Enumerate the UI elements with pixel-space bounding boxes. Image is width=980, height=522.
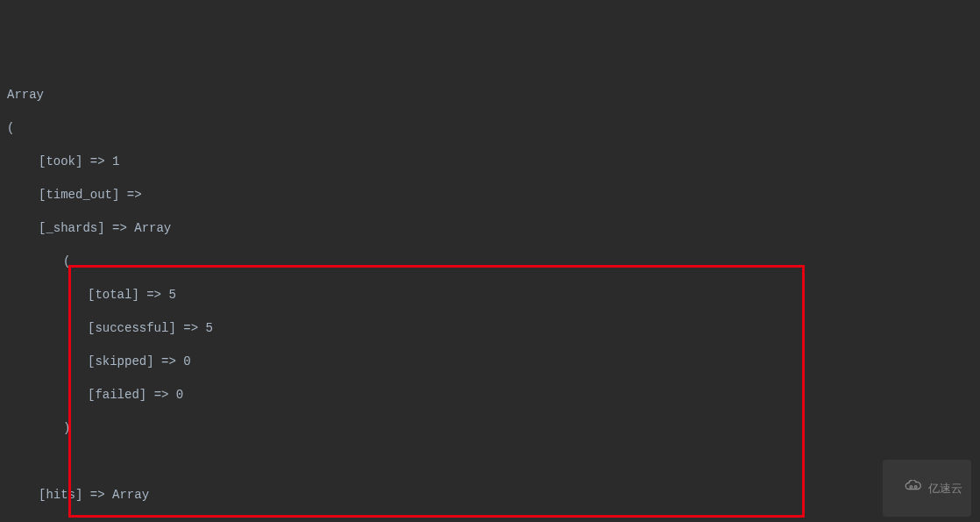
shards-line: [_shards] => Array: [7, 220, 973, 237]
watermark-text: 亿速云: [928, 480, 962, 497]
blank-line: [7, 454, 973, 470]
paren-open: (: [7, 120, 973, 137]
paren-close: ): [7, 420, 973, 437]
svg-point-0: [910, 486, 913, 489]
hits-line: [hits] => Array: [7, 487, 973, 504]
cloud-icon: [891, 463, 923, 513]
took-line: [took] => 1: [7, 154, 973, 170]
watermark: 亿速云: [883, 460, 971, 517]
shards-successful: [successful] => 5: [7, 320, 973, 337]
shards-total: [total] => 5: [7, 287, 973, 304]
shards-skipped: [skipped] => 0: [7, 354, 973, 370]
array-root: Array: [7, 87, 973, 104]
svg-point-1: [914, 486, 917, 489]
code-block: Array ( [took] => 1 [timed_out] => [_sha…: [7, 70, 973, 522]
shards-failed: [failed] => 0: [7, 387, 973, 404]
timed-out-line: [timed_out] =>: [7, 187, 973, 204]
paren-open: (: [7, 254, 973, 270]
